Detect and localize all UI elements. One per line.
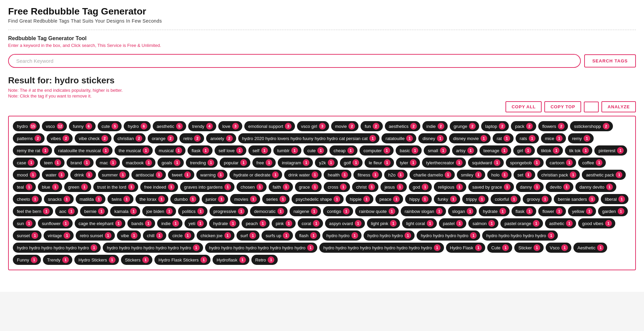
tag-pill[interactable]: yeti1 xyxy=(184,218,207,228)
tag-pill[interactable]: bernie1 xyxy=(80,206,108,216)
tag-pill[interactable]: popular1 xyxy=(220,158,250,168)
tag-pill[interactable]: matilda1 xyxy=(76,194,106,204)
tag-pill[interactable]: Vsco1 xyxy=(546,243,571,253)
tag-pill[interactable]: self1 xyxy=(248,145,271,156)
tag-pill[interactable]: pastel1 xyxy=(439,218,467,228)
tag-pill[interactable]: movie2 xyxy=(331,121,359,131)
tag-pill[interactable]: cheap1 xyxy=(329,145,357,156)
tag-pill[interactable]: dumbo1 xyxy=(170,194,200,204)
tag-pill[interactable]: fitness1 xyxy=(353,170,382,180)
tag-pill[interactable]: case1 xyxy=(13,158,38,168)
tag-pill[interactable]: water1 xyxy=(42,170,69,180)
search-tags-button[interactable]: SEARCH TAGS xyxy=(584,54,636,67)
tag-pill[interactable]: antisocial1 xyxy=(131,170,166,180)
tag-pill[interactable]: girl1 xyxy=(513,145,535,156)
tag-pill[interactable]: twins1 xyxy=(107,194,133,204)
tag-pill[interactable]: danny devito1 xyxy=(575,182,616,192)
tag-pill[interactable]: Hydro Stickers1 xyxy=(74,255,119,265)
tag-pill[interactable]: the lorax1 xyxy=(135,194,168,204)
tag-pill[interactable]: cross1 xyxy=(324,182,350,192)
tag-pill[interactable]: flower1 xyxy=(538,206,566,216)
tag-pill[interactable]: emotional support3 xyxy=(244,121,295,131)
tag-pill[interactable]: holo1 xyxy=(487,170,512,180)
tag-pill[interactable]: chill1 xyxy=(143,230,166,241)
tag-pill[interactable]: tylerthecreator1 xyxy=(422,158,466,168)
tag-pill[interactable]: hydro hydro hydro hydro hydro hydro hydr… xyxy=(205,243,317,253)
tag-pill[interactable]: jesus1 xyxy=(380,182,406,192)
tag-pill[interactable]: democratic1 xyxy=(250,206,288,216)
tag-pill[interactable]: Hydro Flask1 xyxy=(446,243,485,253)
tag-pill[interactable]: mac1 xyxy=(96,158,120,168)
tag-pill[interactable]: cage the elephant1 xyxy=(75,218,125,228)
tag-pill[interactable]: hippie1 xyxy=(346,194,373,204)
tag-pill[interactable]: nalgene1 xyxy=(290,206,321,216)
tag-pill[interactable]: sunset1 xyxy=(13,230,42,241)
copy-top-value-input[interactable]: 15 xyxy=(584,102,599,112)
tag-pill[interactable]: hydro hydro hydro hydro hydro hydro1 xyxy=(13,243,101,253)
tag-pill[interactable]: colorful1 xyxy=(491,194,521,204)
tag-pill[interactable]: free1 xyxy=(252,158,276,168)
tag-pill[interactable]: Cute1 xyxy=(487,243,512,253)
tag-pill[interactable]: pack2 xyxy=(511,121,536,131)
tag-pill[interactable]: cute5 xyxy=(98,121,122,131)
tag-pill[interactable]: pastel orange1 xyxy=(500,218,543,228)
tag-pill[interactable]: cartoon1 xyxy=(546,158,576,168)
tag-pill[interactable]: h2o1 xyxy=(384,170,407,180)
tag-pill[interactable]: vibe1 xyxy=(117,230,141,241)
tag-pill[interactable]: groovy1 xyxy=(523,194,552,204)
tag-pill[interactable]: vibe check2 xyxy=(75,133,111,143)
tag-pill[interactable]: disney movie1 xyxy=(449,133,491,143)
tag-pill[interactable]: Hydro Flask Stickers1 xyxy=(154,255,210,265)
tag-pill[interactable]: anxiety2 xyxy=(206,133,236,143)
tag-pill[interactable]: tik tok1 xyxy=(565,145,592,156)
tag-pill[interactable]: laptop2 xyxy=(481,121,509,131)
tag-pill[interactable]: progressive1 xyxy=(209,206,248,216)
tag-pill[interactable]: drink water1 xyxy=(284,170,322,180)
tag-pill[interactable]: le fleur1 xyxy=(365,158,394,168)
tag-pill[interactable]: hydro hydro hydro hydro hydro hydro hydr… xyxy=(103,243,203,253)
tag-pill[interactable]: goals1 xyxy=(157,158,184,168)
tag-pill[interactable]: artsy1 xyxy=(452,145,477,156)
tag-pill[interactable]: vintage1 xyxy=(44,230,74,241)
tag-pill[interactable]: rats1 xyxy=(516,133,539,143)
tag-pill[interactable]: hippy1 xyxy=(405,194,431,204)
tag-pill[interactable]: kamala1 xyxy=(110,206,140,216)
tag-pill[interactable]: chosen1 xyxy=(237,182,267,192)
tag-pill[interactable]: pink1 xyxy=(272,218,296,228)
tag-pill[interactable]: sun1 xyxy=(13,218,36,228)
tag-pill[interactable]: disney1 xyxy=(418,133,447,143)
tag-pill[interactable]: funky1 xyxy=(434,194,460,204)
tag-pill[interactable]: god1 xyxy=(409,182,432,192)
tag-pill[interactable]: cheeto1 xyxy=(13,194,42,204)
tag-pill[interactable]: vsco12 xyxy=(42,121,67,131)
tag-pill[interactable]: series1 xyxy=(262,194,290,204)
tag-pill[interactable]: instagram1 xyxy=(278,158,313,168)
tag-pill[interactable]: Hydroflask1 xyxy=(213,255,249,265)
copy-all-button[interactable]: COPY ALL xyxy=(505,101,542,112)
tag-pill[interactable]: retro sunset1 xyxy=(76,230,115,241)
tag-pill[interactable]: brand1 xyxy=(67,158,94,168)
tag-pill[interactable]: spongebob1 xyxy=(506,158,543,168)
tag-pill[interactable]: tiktok1 xyxy=(537,145,563,156)
tag-pill[interactable]: coffee1 xyxy=(578,158,606,168)
tag-pill[interactable]: surfs up1 xyxy=(262,230,293,241)
tag-pill[interactable]: rat1 xyxy=(493,133,514,143)
tag-pill[interactable]: mood1 xyxy=(13,170,40,180)
tag-pill[interactable]: Sticker1 xyxy=(514,243,544,253)
tag-pill[interactable]: aesthetic pack1 xyxy=(582,170,626,180)
tag-pill[interactable]: patterns2 xyxy=(13,133,45,143)
tag-pill[interactable]: Retro1 xyxy=(251,255,278,265)
tag-pill[interactable]: funny6 xyxy=(69,121,96,131)
tag-pill[interactable]: trendy4 xyxy=(188,121,216,131)
tag-pill[interactable]: retro2 xyxy=(179,133,204,143)
tag-pill[interactable]: set1 xyxy=(514,170,535,180)
tag-pill[interactable]: the musical1 xyxy=(115,145,153,156)
tag-pill[interactable]: aspyn ovard1 xyxy=(325,218,365,228)
tag-pill[interactable]: indie2 xyxy=(422,121,447,131)
tag-pill[interactable]: christian2 xyxy=(114,133,146,143)
tag-pill[interactable]: tweet1 xyxy=(168,170,194,180)
tag-pill[interactable]: hydro hydro hydro hydro hydro hydro hydr… xyxy=(319,243,444,253)
tag-pill[interactable]: rainbow quote1 xyxy=(355,206,399,216)
tag-pill[interactable]: vibes2 xyxy=(47,133,73,143)
tag-pill[interactable]: surf1 xyxy=(237,230,260,241)
